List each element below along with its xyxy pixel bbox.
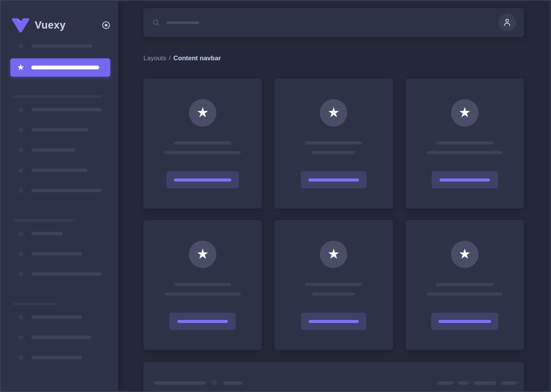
breadcrumb-parent-link[interactable]: Layouts: [143, 55, 166, 62]
skeleton-line: [174, 141, 231, 145]
sidebar-item[interactable]: ★: [1, 180, 118, 201]
sidebar-item[interactable]: ★: [1, 160, 118, 180]
sidebar-item[interactable]: ★: [1, 264, 118, 284]
card-button[interactable]: [432, 171, 498, 188]
star-icon: ★: [16, 146, 25, 154]
star-icon: ★: [197, 247, 209, 262]
bottom-panel-right: [437, 381, 517, 385]
button-label-bar: [174, 178, 231, 182]
card-grid: ★ ★ ★ ★ ★: [143, 79, 524, 350]
sidebar-item-active[interactable]: ★: [10, 58, 110, 77]
skeleton-bar: [31, 108, 102, 111]
skeleton-line: [305, 141, 362, 145]
card-button[interactable]: [301, 171, 367, 188]
skeleton-line: [164, 292, 241, 296]
card-button[interactable]: [431, 313, 498, 330]
star-icon: ★: [197, 106, 209, 120]
skeleton-line: [164, 151, 241, 154]
sidebar-item[interactable]: ★: [1, 347, 118, 368]
star-icon: ★: [16, 106, 25, 114]
star-icon: ★: [459, 247, 471, 262]
skeleton-bar: [31, 232, 63, 235]
star-icon: ★: [16, 42, 25, 50]
star-icon: ★: [16, 166, 25, 175]
button-label-bar: [438, 320, 491, 323]
feature-card: ★: [274, 79, 393, 209]
section-header-bar: [13, 95, 102, 98]
star-avatar: ★: [189, 241, 216, 268]
bottom-panel-left: ♥: [154, 377, 242, 389]
skeleton-bar: [31, 356, 82, 359]
skeleton-line: [174, 283, 231, 286]
user-avatar[interactable]: [498, 14, 516, 31]
star-avatar: ★: [189, 99, 216, 127]
sidebar-item[interactable]: ★: [1, 120, 118, 140]
sidebar-item[interactable]: ★: [1, 140, 118, 160]
feature-card: ★: [143, 220, 262, 350]
skeleton-line: [436, 283, 493, 286]
star-icon: ★: [16, 186, 25, 195]
card-button[interactable]: [301, 313, 366, 330]
sidebar-item[interactable]: ★: [1, 327, 118, 347]
radio-circle-icon[interactable]: [102, 21, 111, 30]
star-icon: ★: [16, 313, 25, 321]
sidebar-item[interactable]: ★: [1, 36, 118, 56]
skeleton-bar: [31, 336, 92, 339]
star-icon: ★: [16, 230, 25, 238]
skeleton-bar: [458, 381, 469, 385]
vuexy-logo[interactable]: Vuexy: [11, 18, 66, 33]
star-icon: ★: [459, 106, 471, 120]
feature-card: ★: [274, 220, 393, 350]
person-icon: [502, 18, 512, 27]
star-icon: ★: [16, 126, 25, 134]
star-avatar: ★: [451, 241, 478, 268]
sidebar: Vuexy ★ ★ ★ ★ ★ ★ ★ ★ ★: [1, 1, 118, 391]
star-icon: ★: [16, 270, 25, 278]
skeleton-line: [427, 151, 503, 154]
feature-card: ★: [143, 79, 262, 209]
skeleton-line: [427, 292, 503, 296]
section-header-bar: [13, 303, 56, 305]
search-bar[interactable]: [152, 19, 498, 27]
skeleton-bar: [31, 252, 82, 255]
skeleton-bar: [154, 381, 206, 385]
skeleton-bar: [31, 44, 92, 48]
skeleton-bar: [31, 189, 102, 192]
skeleton-bar: [437, 381, 453, 385]
star-icon: ★: [16, 353, 25, 362]
card-button[interactable]: [166, 171, 239, 188]
skeleton-bar: [501, 381, 517, 385]
feature-card: ★: [406, 79, 524, 209]
star-avatar: ★: [320, 99, 347, 127]
breadcrumb-current: Content navbar: [173, 55, 221, 62]
section-header-bar: [13, 219, 76, 222]
sidebar-item[interactable]: ★: [1, 244, 118, 264]
app-frame: Vuexy ★ ★ ★ ★ ★ ★ ★ ★ ★: [0, 0, 551, 392]
breadcrumb: Layouts / Content navbar: [143, 54, 524, 63]
logo-text: Vuexy: [35, 19, 66, 31]
skeleton-line: [312, 292, 355, 296]
sidebar-item[interactable]: ★: [1, 223, 118, 244]
skeleton-bar: [31, 272, 102, 276]
card-button[interactable]: [169, 313, 236, 330]
sidebar-item[interactable]: ★: [1, 100, 118, 120]
skeleton-line: [436, 141, 493, 145]
heart-icon[interactable]: ♥: [211, 377, 218, 389]
button-label-bar: [309, 320, 359, 323]
sidebar-header: Vuexy: [1, 1, 118, 36]
sidebar-item[interactable]: ★: [1, 307, 118, 327]
skeleton-bar: [474, 381, 496, 385]
feature-card: ★: [406, 220, 524, 350]
button-label-bar: [440, 178, 490, 182]
skeleton-bar: [31, 66, 99, 69]
search-icon: [152, 19, 160, 27]
skeleton-line: [312, 151, 355, 154]
star-icon: ★: [16, 63, 25, 72]
star-icon: ★: [327, 247, 340, 262]
star-icon: ★: [16, 250, 25, 258]
main-content: Layouts / Content navbar ★ ★ ★: [118, 1, 550, 391]
skeleton-bar: [223, 381, 242, 385]
button-label-bar: [177, 320, 228, 323]
star-avatar: ★: [320, 241, 347, 268]
button-label-bar: [308, 178, 359, 182]
